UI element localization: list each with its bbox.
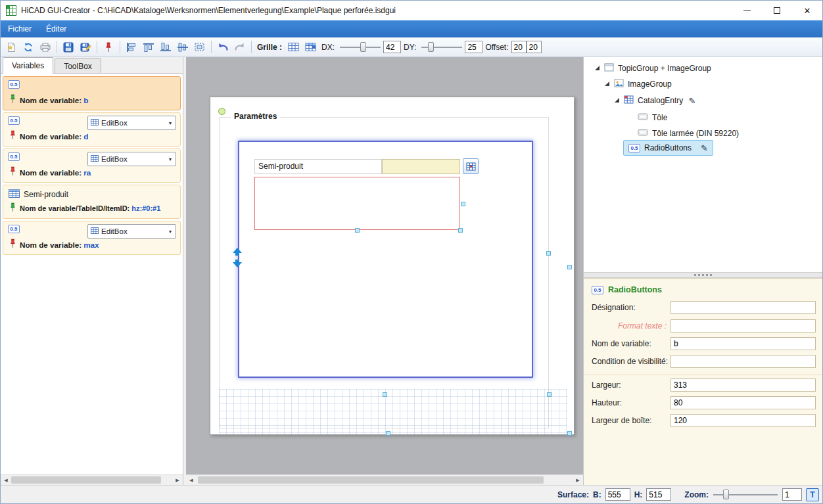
vertical-resize-arrow-icon[interactable]	[232, 248, 243, 269]
align-middle-button[interactable]	[175, 39, 191, 55]
editbox-combo[interactable]: EditBox ▾	[87, 224, 176, 239]
tree-item-tole[interactable]: Tôle	[638, 110, 667, 125]
reload-button[interactable]	[20, 39, 36, 55]
maximize-icon	[774, 7, 780, 14]
expander-icon[interactable]	[605, 81, 609, 86]
dx-input[interactable]	[383, 41, 401, 53]
export-button[interactable]	[37, 39, 53, 55]
scrollbar-thumb[interactable]	[198, 476, 544, 484]
zoom-slider[interactable]	[713, 488, 778, 501]
surface-h-input[interactable]	[646, 488, 671, 501]
variable-card-b[interactable]: 0.5 Nom de variable:b	[3, 76, 181, 110]
semi-produit-value-field[interactable]	[382, 159, 460, 174]
scrollbar-track[interactable]	[197, 475, 573, 485]
save-button[interactable]	[60, 39, 76, 55]
radiobuttons-element[interactable]	[254, 177, 460, 230]
canvas-hscrollbar[interactable]: ◀ ▶	[186, 474, 583, 485]
editbox-combo[interactable]: EditBox ▾	[87, 152, 176, 166]
tab-toolbox[interactable]: ToolBox	[55, 58, 101, 73]
edit-pencil-icon[interactable]: ✎	[701, 143, 708, 153]
dx-slider-thumb[interactable]	[360, 42, 366, 52]
tree-item-radiobuttons[interactable]: 0.5 RadioButtons ✎	[623, 140, 713, 156]
tree-item-catalogentry[interactable]: CatalogEntry ✎	[615, 93, 695, 108]
same-size-button[interactable]	[192, 39, 208, 55]
selection-handle[interactable]	[355, 228, 360, 233]
scroll-right-button[interactable]: ▶	[172, 475, 183, 485]
minimize-button[interactable]	[732, 1, 762, 20]
close-button[interactable]: ✕	[792, 1, 822, 20]
variable-value: b	[83, 96, 88, 104]
selection-handle[interactable]	[546, 251, 551, 256]
tab-variables[interactable]: Variables	[3, 57, 53, 74]
scroll-left-button[interactable]: ◀	[1, 475, 11, 485]
surface-b-input[interactable]	[605, 488, 630, 501]
selection-handle[interactable]	[458, 228, 463, 233]
catalog-browse-button[interactable]	[463, 158, 479, 174]
offset-x-input[interactable]	[511, 41, 527, 53]
scroll-left-button[interactable]: ◀	[186, 475, 197, 485]
variable-card-semi-produit[interactable]: Semi-produit Nom de variable/TableID/Ite…	[3, 185, 181, 219]
dy-input[interactable]	[465, 41, 482, 53]
selection-handle[interactable]	[383, 392, 387, 397]
scroll-right-button[interactable]: ▶	[573, 475, 583, 485]
tree-item-tole-larmee[interactable]: Tôle larmée (DIN 59220)	[638, 126, 739, 141]
tree-item-label: TopicGroup + ImageGroup	[618, 64, 711, 73]
redo-button[interactable]	[232, 39, 248, 55]
format-texte-input[interactable]	[670, 319, 816, 332]
variable-card-ra[interactable]: 0.5 EditBox ▾ Nom de variable:ra	[3, 149, 181, 183]
selection-handle[interactable]	[386, 431, 390, 436]
semi-produit-field-label[interactable]: Semi-produit	[254, 159, 382, 174]
dx-slider[interactable]	[339, 41, 381, 53]
align-top-button[interactable]	[141, 39, 156, 55]
new-button[interactable]	[3, 39, 19, 55]
panel-splitter[interactable]	[584, 272, 822, 278]
variable-card-max[interactable]: 0.5 EditBox ▾ Nom de variable:max	[3, 221, 181, 255]
nom-variable-input[interactable]	[670, 337, 816, 350]
designation-input[interactable]	[670, 301, 816, 314]
undo-button[interactable]	[215, 39, 231, 55]
topicgroup-icon	[604, 63, 614, 74]
grid-snap-button[interactable]	[302, 39, 318, 55]
condition-input[interactable]	[670, 355, 816, 368]
redo-icon	[234, 41, 246, 53]
expander-icon[interactable]	[615, 98, 619, 103]
align-middle-icon	[177, 42, 189, 53]
pin-button[interactable]	[101, 39, 116, 55]
variable-value: ra	[83, 168, 91, 177]
align-bottom-button[interactable]	[158, 39, 174, 55]
zoom-slider-thumb[interactable]	[723, 490, 729, 499]
tree-item-topicgroup[interactable]: TopicGroup + ImageGroup	[595, 61, 711, 76]
zoom-input[interactable]	[782, 488, 802, 501]
menu-bar: Fichier Éditer	[1, 20, 822, 37]
dy-slider-thumb[interactable]	[428, 42, 434, 52]
selection-handle[interactable]	[567, 431, 572, 436]
selection-handle[interactable]	[567, 265, 572, 269]
align-left-button[interactable]	[124, 39, 139, 55]
offset-y-input[interactable]	[527, 41, 542, 53]
menu-fichier[interactable]: Fichier	[1, 20, 39, 37]
tree-item-imagegroup[interactable]: ImageGroup	[605, 77, 672, 91]
dy-slider[interactable]	[421, 41, 463, 53]
save-as-button[interactable]	[78, 39, 93, 55]
scrollbar-thumb[interactable]	[11, 476, 161, 484]
zoom-label: Zoom:	[684, 490, 709, 499]
design-canvas[interactable]: Paramètres Semi-produit ◀ ▶	[186, 57, 583, 485]
text-mode-button[interactable]: T	[806, 488, 819, 501]
largeur-input[interactable]	[670, 378, 816, 392]
variable-card-d[interactable]: 0.5 EditBox ▾ Nom de variable:d	[3, 112, 181, 147]
dialog-form[interactable]: Paramètres Semi-produit	[210, 97, 575, 435]
edit-pencil-icon[interactable]: ✎	[688, 96, 695, 106]
expander-icon[interactable]	[595, 66, 600, 70]
menu-editer[interactable]: Éditer	[39, 20, 74, 37]
selection-handle[interactable]	[461, 202, 465, 206]
editbox-combo[interactable]: EditBox ▾	[87, 116, 176, 130]
maximize-button[interactable]	[762, 1, 792, 20]
grid-toggle-button[interactable]	[285, 39, 301, 55]
hauteur-input[interactable]	[670, 396, 816, 409]
selection-handle[interactable]	[547, 392, 552, 397]
largeur-boite-input[interactable]	[670, 414, 816, 427]
scrollbar-track[interactable]	[11, 475, 172, 485]
scroll-left-icon: ◀	[189, 478, 193, 483]
left-panel-hscrollbar[interactable]: ◀ ▶	[1, 474, 183, 485]
origin-handle[interactable]	[218, 108, 225, 115]
